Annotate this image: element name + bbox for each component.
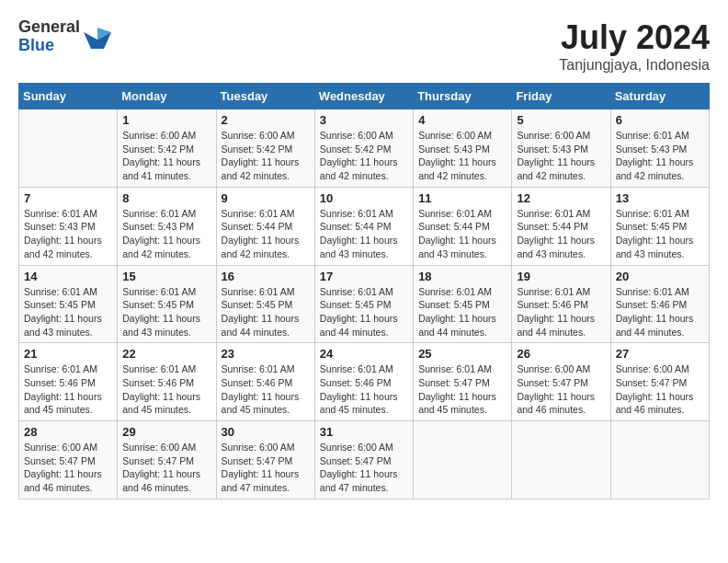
logo-blue: Blue xyxy=(18,37,80,55)
day-detail: Sunrise: 6:01 AMSunset: 5:47 PMDaylight:… xyxy=(418,362,506,417)
day-number: 13 xyxy=(616,191,704,205)
day-detail: Sunrise: 6:00 AMSunset: 5:47 PMDaylight:… xyxy=(517,362,605,417)
calendar-cell: 3 Sunrise: 6:00 AMSunset: 5:42 PMDayligh… xyxy=(314,109,413,188)
logo: General Blue xyxy=(18,18,111,55)
day-number: 26 xyxy=(517,347,605,361)
calendar-cell: 1 Sunrise: 6:00 AMSunset: 5:42 PMDayligh… xyxy=(118,109,216,188)
calendar-cell: 8 Sunrise: 6:01 AMSunset: 5:43 PMDayligh… xyxy=(118,187,216,265)
day-number: 14 xyxy=(24,270,112,283)
day-detail: Sunrise: 6:01 AMSunset: 5:45 PMDaylight:… xyxy=(616,207,704,261)
calendar-cell: 25 Sunrise: 6:01 AMSunset: 5:47 PMDaylig… xyxy=(414,343,512,421)
calendar-cell: 22 Sunrise: 6:01 AMSunset: 5:46 PMDaylig… xyxy=(118,343,216,421)
day-detail: Sunrise: 6:00 AMSunset: 5:42 PMDaylight:… xyxy=(320,129,408,183)
weekday-header: Tuesday xyxy=(216,84,314,109)
calendar-cell xyxy=(414,421,512,500)
day-number: 28 xyxy=(24,425,112,439)
calendar-cell: 13 Sunrise: 6:01 AMSunset: 5:45 PMDaylig… xyxy=(610,187,709,265)
calendar-cell: 19 Sunrise: 6:01 AMSunset: 5:46 PMDaylig… xyxy=(512,265,610,343)
calendar-cell: 31 Sunrise: 6:00 AMSunset: 5:47 PMDaylig… xyxy=(314,421,413,500)
day-number: 15 xyxy=(122,270,210,283)
calendar-cell: 30 Sunrise: 6:00 AMSunset: 5:47 PMDaylig… xyxy=(216,421,314,500)
day-number: 7 xyxy=(24,191,112,205)
calendar-cell: 6 Sunrise: 6:01 AMSunset: 5:43 PMDayligh… xyxy=(610,109,709,188)
day-number: 21 xyxy=(24,347,112,361)
day-number: 27 xyxy=(616,347,704,361)
calendar-cell: 9 Sunrise: 6:01 AMSunset: 5:44 PMDayligh… xyxy=(216,187,314,265)
day-detail: Sunrise: 6:01 AMSunset: 5:45 PMDaylight:… xyxy=(222,285,310,339)
day-number: 5 xyxy=(517,113,605,127)
day-number: 11 xyxy=(418,191,506,205)
calendar-cell: 5 Sunrise: 6:00 AMSunset: 5:43 PMDayligh… xyxy=(512,109,610,188)
calendar-cell: 11 Sunrise: 6:01 AMSunset: 5:44 PMDaylig… xyxy=(414,187,512,265)
calendar-week-row: 28 Sunrise: 6:00 AMSunset: 5:47 PMDaylig… xyxy=(19,421,710,500)
logo-text: General Blue xyxy=(18,18,80,55)
day-detail: Sunrise: 6:00 AMSunset: 5:43 PMDaylight:… xyxy=(517,129,605,183)
day-detail: Sunrise: 6:00 AMSunset: 5:42 PMDaylight:… xyxy=(222,129,310,183)
day-detail: Sunrise: 6:01 AMSunset: 5:44 PMDaylight:… xyxy=(320,207,408,261)
weekday-header: Friday xyxy=(512,84,610,109)
day-detail: Sunrise: 6:01 AMSunset: 5:45 PMDaylight:… xyxy=(24,285,112,339)
location: Tanjungjaya, Indonesia xyxy=(559,57,710,74)
calendar-week-row: 7 Sunrise: 6:01 AMSunset: 5:43 PMDayligh… xyxy=(19,187,710,265)
calendar-week-row: 1 Sunrise: 6:00 AMSunset: 5:42 PMDayligh… xyxy=(19,109,710,188)
calendar-cell: 10 Sunrise: 6:01 AMSunset: 5:44 PMDaylig… xyxy=(314,187,413,265)
day-detail: Sunrise: 6:01 AMSunset: 5:43 PMDaylight:… xyxy=(616,129,704,183)
month-year: July 2024 xyxy=(559,18,710,57)
day-detail: Sunrise: 6:01 AMSunset: 5:46 PMDaylight:… xyxy=(24,362,112,417)
day-detail: Sunrise: 6:01 AMSunset: 5:46 PMDaylight:… xyxy=(517,285,605,339)
calendar-cell: 2 Sunrise: 6:00 AMSunset: 5:42 PMDayligh… xyxy=(216,109,314,188)
day-detail: Sunrise: 6:01 AMSunset: 5:45 PMDaylight:… xyxy=(320,285,408,339)
calendar-cell: 14 Sunrise: 6:01 AMSunset: 5:45 PMDaylig… xyxy=(19,265,118,343)
calendar-cell xyxy=(610,421,709,500)
day-number: 29 xyxy=(122,425,210,439)
day-number: 10 xyxy=(320,191,408,205)
weekday-header: Wednesday xyxy=(314,84,413,109)
day-number: 20 xyxy=(616,270,704,283)
day-detail: Sunrise: 6:01 AMSunset: 5:46 PMDaylight:… xyxy=(320,362,408,417)
day-detail: Sunrise: 6:01 AMSunset: 5:45 PMDaylight:… xyxy=(122,285,210,339)
day-detail: Sunrise: 6:01 AMSunset: 5:43 PMDaylight:… xyxy=(24,207,112,261)
day-number: 22 xyxy=(122,347,210,361)
day-number: 19 xyxy=(517,270,605,283)
day-detail: Sunrise: 6:01 AMSunset: 5:46 PMDaylight:… xyxy=(222,362,310,417)
calendar-cell xyxy=(19,109,118,188)
day-number: 18 xyxy=(418,270,506,283)
calendar-cell: 20 Sunrise: 6:01 AMSunset: 5:46 PMDaylig… xyxy=(610,265,709,343)
day-number: 12 xyxy=(517,191,605,205)
weekday-header: Monday xyxy=(118,84,216,109)
calendar-cell: 17 Sunrise: 6:01 AMSunset: 5:45 PMDaylig… xyxy=(314,265,413,343)
calendar-cell: 29 Sunrise: 6:00 AMSunset: 5:47 PMDaylig… xyxy=(118,421,216,500)
calendar-cell: 26 Sunrise: 6:00 AMSunset: 5:47 PMDaylig… xyxy=(512,343,610,421)
calendar-week-row: 14 Sunrise: 6:01 AMSunset: 5:45 PMDaylig… xyxy=(19,265,710,343)
day-detail: Sunrise: 6:01 AMSunset: 5:45 PMDaylight:… xyxy=(418,285,506,339)
calendar-cell: 12 Sunrise: 6:01 AMSunset: 5:44 PMDaylig… xyxy=(512,187,610,265)
calendar-cell: 7 Sunrise: 6:01 AMSunset: 5:43 PMDayligh… xyxy=(19,187,118,265)
day-number: 2 xyxy=(222,113,310,127)
calendar-cell: 15 Sunrise: 6:01 AMSunset: 5:45 PMDaylig… xyxy=(118,265,216,343)
calendar-cell: 4 Sunrise: 6:00 AMSunset: 5:43 PMDayligh… xyxy=(414,109,512,188)
day-detail: Sunrise: 6:00 AMSunset: 5:42 PMDaylight:… xyxy=(122,129,210,183)
calendar-cell: 24 Sunrise: 6:01 AMSunset: 5:46 PMDaylig… xyxy=(314,343,413,421)
day-number: 16 xyxy=(222,270,310,283)
calendar-cell: 16 Sunrise: 6:01 AMSunset: 5:45 PMDaylig… xyxy=(216,265,314,343)
title-block: July 2024 Tanjungjaya, Indonesia xyxy=(559,18,710,74)
day-detail: Sunrise: 6:00 AMSunset: 5:43 PMDaylight:… xyxy=(418,129,506,183)
day-detail: Sunrise: 6:00 AMSunset: 5:47 PMDaylight:… xyxy=(616,362,704,417)
day-detail: Sunrise: 6:01 AMSunset: 5:44 PMDaylight:… xyxy=(517,207,605,261)
day-detail: Sunrise: 6:01 AMSunset: 5:46 PMDaylight:… xyxy=(616,285,704,339)
calendar-cell: 23 Sunrise: 6:01 AMSunset: 5:46 PMDaylig… xyxy=(216,343,314,421)
calendar-cell: 18 Sunrise: 6:01 AMSunset: 5:45 PMDaylig… xyxy=(414,265,512,343)
day-number: 8 xyxy=(122,191,210,205)
logo-general: General xyxy=(18,18,80,37)
calendar-cell xyxy=(512,421,610,500)
calendar-table: SundayMondayTuesdayWednesdayThursdayFrid… xyxy=(18,83,710,500)
weekday-header-row: SundayMondayTuesdayWednesdayThursdayFrid… xyxy=(19,84,710,109)
day-number: 24 xyxy=(320,347,408,361)
day-detail: Sunrise: 6:00 AMSunset: 5:47 PMDaylight:… xyxy=(24,441,112,495)
calendar-cell: 21 Sunrise: 6:01 AMSunset: 5:46 PMDaylig… xyxy=(19,343,118,421)
day-detail: Sunrise: 6:01 AMSunset: 5:44 PMDaylight:… xyxy=(222,207,310,261)
day-number: 25 xyxy=(418,347,506,361)
day-number: 23 xyxy=(222,347,310,361)
day-detail: Sunrise: 6:00 AMSunset: 5:47 PMDaylight:… xyxy=(122,441,210,495)
day-number: 1 xyxy=(122,113,210,127)
